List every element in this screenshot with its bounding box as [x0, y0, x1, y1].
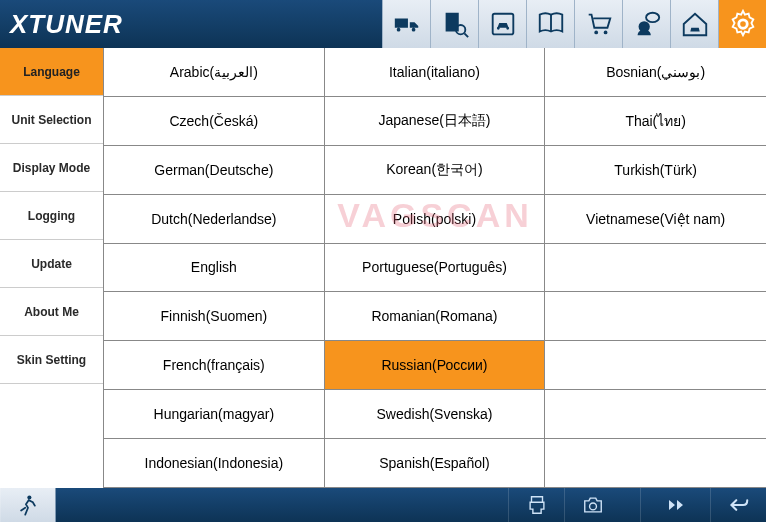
- language-cell-empty: [545, 439, 766, 488]
- forward-icon: [664, 494, 688, 516]
- footer-separator: [620, 488, 640, 522]
- language-option[interactable]: Czech(Česká): [104, 97, 325, 146]
- sidebar: Language Unit Selection Display Mode Log…: [0, 48, 104, 488]
- footer-camera-button[interactable]: [564, 488, 620, 522]
- sidebar-item-skin-setting[interactable]: Skin Setting: [0, 336, 103, 384]
- app-logo: XTUNER: [10, 9, 123, 40]
- toolbar: [382, 0, 766, 48]
- language-option[interactable]: Italian(italiano): [325, 48, 546, 97]
- language-option[interactable]: French(français): [104, 341, 325, 390]
- toolbar-truck[interactable]: [382, 0, 430, 48]
- toolbar-settings[interactable]: [718, 0, 766, 48]
- language-option[interactable]: Bosnian(بوسني): [545, 48, 766, 97]
- print-icon: [525, 494, 549, 516]
- footer-forward-button[interactable]: [640, 488, 710, 522]
- content-panel: VAGSCAN Arabic(العربية)Italian(italiano)…: [104, 48, 766, 488]
- language-option[interactable]: Portuguese(Português): [325, 244, 546, 293]
- camera-icon: [581, 494, 605, 516]
- settings-icon: [728, 9, 758, 39]
- toolbar-car-doc[interactable]: [478, 0, 526, 48]
- sidebar-item-unit-selection[interactable]: Unit Selection: [0, 96, 103, 144]
- svg-point-3: [603, 31, 607, 35]
- language-option[interactable]: Hungarian(magyar): [104, 390, 325, 439]
- language-option[interactable]: English: [104, 244, 325, 293]
- svg-point-7: [589, 503, 596, 510]
- home-icon: [680, 9, 710, 39]
- language-option[interactable]: Turkish(Türk): [545, 146, 766, 195]
- run-icon: [16, 494, 40, 516]
- sidebar-item-update[interactable]: Update: [0, 240, 103, 288]
- language-option[interactable]: Indonesian(Indonesia): [104, 439, 325, 488]
- svg-point-2: [594, 31, 598, 35]
- footer-run-button[interactable]: [0, 488, 56, 522]
- sidebar-item-logging[interactable]: Logging: [0, 192, 103, 240]
- language-option[interactable]: Polish(polski): [325, 195, 546, 244]
- header: XTUNER: [0, 0, 766, 48]
- toolbar-home[interactable]: [670, 0, 718, 48]
- feedback-icon: [632, 9, 662, 39]
- book-icon: [536, 9, 566, 39]
- toolbar-cart[interactable]: [574, 0, 622, 48]
- language-option[interactable]: Vietnamese(Việt nam): [545, 195, 766, 244]
- footer: [0, 488, 766, 522]
- sidebar-item-language[interactable]: Language: [0, 48, 103, 96]
- back-icon: [727, 494, 751, 516]
- svg-point-6: [27, 495, 31, 499]
- language-option[interactable]: Romanian(Romana): [325, 292, 546, 341]
- car-doc-icon: [488, 9, 518, 39]
- sidebar-item-about-me[interactable]: About Me: [0, 288, 103, 336]
- language-option[interactable]: Thai(ไทย): [545, 97, 766, 146]
- toolbar-book[interactable]: [526, 0, 574, 48]
- language-option[interactable]: Arabic(العربية): [104, 48, 325, 97]
- toolbar-feedback[interactable]: [622, 0, 670, 48]
- language-cell-empty: [545, 244, 766, 293]
- sidebar-item-display-mode[interactable]: Display Mode: [0, 144, 103, 192]
- language-cell-empty: [545, 341, 766, 390]
- language-option[interactable]: Dutch(Nederlandse): [104, 195, 325, 244]
- svg-point-5: [646, 13, 659, 22]
- truck-icon: [392, 9, 422, 39]
- language-option[interactable]: Korean(한국어): [325, 146, 546, 195]
- footer-right: [508, 488, 766, 522]
- language-option[interactable]: Russian(России): [325, 341, 546, 390]
- logo-text: XTUNER: [10, 9, 123, 40]
- cart-icon: [584, 9, 614, 39]
- diag-search-icon: [440, 9, 470, 39]
- language-option[interactable]: Swedish(Svenska): [325, 390, 546, 439]
- language-option[interactable]: German(Deutsche): [104, 146, 325, 195]
- footer-print-button[interactable]: [508, 488, 564, 522]
- language-cell-empty: [545, 292, 766, 341]
- toolbar-diag-search[interactable]: [430, 0, 478, 48]
- language-option[interactable]: Japanese(日本語): [325, 97, 546, 146]
- footer-back-button[interactable]: [710, 488, 766, 522]
- language-cell-empty: [545, 390, 766, 439]
- language-option[interactable]: Spanish(Español): [325, 439, 546, 488]
- footer-left: [0, 488, 56, 522]
- language-option[interactable]: Finnish(Suomen): [104, 292, 325, 341]
- main-body: Language Unit Selection Display Mode Log…: [0, 48, 766, 488]
- language-grid: Arabic(العربية)Italian(italiano)Bosnian(…: [104, 48, 766, 488]
